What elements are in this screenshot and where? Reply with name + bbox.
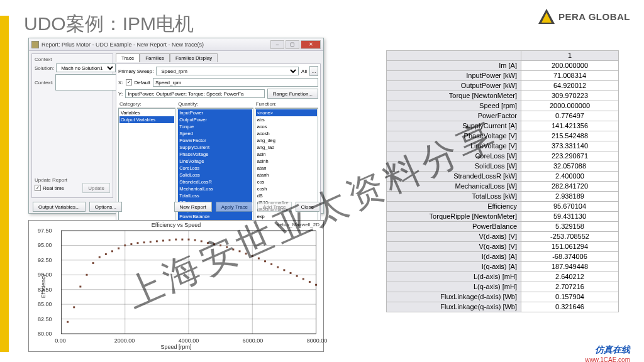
x-label: X:	[118, 80, 123, 85]
maximize-button[interactable]: ▢	[286, 40, 299, 49]
svg-rect-44	[252, 255, 253, 257]
table-row: Speed [rpm]2000.000000	[387, 101, 619, 111]
svg-rect-25	[130, 243, 132, 245]
table-row: MechanicalLoss [W]282.841720	[387, 182, 619, 192]
svg-rect-22	[111, 250, 113, 252]
table-row: StrandedLossR [kW]2.400000	[387, 172, 619, 182]
svg-rect-18	[86, 274, 87, 276]
table-row: L(q-axis) [mH]2.707216	[387, 282, 619, 292]
chart-plot-area: 80.0082.5085.0087.5090.0092.5095.0097.50…	[60, 231, 317, 334]
tab-trace[interactable]: Trace	[116, 53, 140, 62]
svg-rect-37	[207, 242, 209, 244]
table-row: FluxLinkage(q-axis) [Wb]0.321646	[387, 302, 619, 312]
table-row: Im [A]200.000000	[387, 61, 619, 71]
context-group-label: Context	[35, 57, 110, 62]
svg-rect-52	[303, 278, 304, 280]
svg-rect-51	[296, 275, 298, 277]
svg-rect-46	[264, 260, 266, 262]
x-value-input[interactable]	[153, 78, 318, 87]
svg-rect-21	[105, 253, 107, 255]
table-row: Efficiency95.670104	[387, 202, 619, 212]
sweep-label: Primary Sweep:	[118, 69, 153, 74]
sweep-more-button[interactable]: …	[309, 66, 318, 76]
footer-brand: 仿真在线	[595, 344, 630, 356]
table-row: L(d-axis) [mH]2.640212	[387, 272, 619, 282]
table-row: Torque [NewtonMeter]309.970223	[387, 91, 619, 101]
close-dialog-button[interactable]: Close	[296, 202, 319, 212]
svg-rect-36	[201, 240, 203, 242]
x-default-label: Default	[135, 80, 150, 85]
table-row: SolidLoss [W]32.057088	[387, 162, 619, 172]
svg-rect-27	[143, 241, 145, 243]
tab-families[interactable]: Families	[140, 53, 170, 62]
brand-name: PERA GLOBAL	[558, 11, 630, 22]
y-label: Y:	[118, 91, 123, 97]
solution-label: Solution:	[35, 65, 54, 71]
realtime-checkbox[interactable]: ✓	[35, 185, 41, 191]
report-dialog: Report: Prius Motor - UDO Example - New …	[28, 38, 324, 214]
svg-rect-45	[258, 258, 260, 260]
table-row: PhaseVoltage [V]215.542488	[387, 131, 619, 141]
table-row: InputPower [kW]71.008314	[387, 71, 619, 81]
table-row: V(q-axis) [V]151.061294	[387, 242, 619, 252]
apply-trace-button[interactable]: Apply Trace	[216, 202, 253, 212]
svg-rect-49	[283, 269, 285, 271]
y-value-input[interactable]	[125, 89, 265, 98]
chart-xlabel: Speed [rpm]	[160, 344, 191, 350]
table-row: I(q-axis) [A]187.949448	[387, 262, 619, 272]
efficiency-chart: Efficiency vs Speed setup_Maxwell_2D Eff…	[28, 220, 324, 352]
results-header: 1	[521, 51, 619, 61]
output-variables-button[interactable]: Output Variables...	[33, 202, 86, 212]
svg-rect-39	[219, 244, 221, 246]
results-table: 1 Im [A]200.000000InputPower [kW]71.0083…	[386, 50, 619, 312]
options-button[interactable]: Options...	[89, 202, 122, 212]
svg-rect-34	[188, 239, 190, 241]
new-report-button[interactable]: New Report	[174, 202, 212, 212]
trace-tabs: Trace Families Families Display	[116, 53, 321, 62]
update-group-label: Update Report	[35, 177, 110, 183]
slide-accent-bar	[0, 16, 9, 352]
function-header: Function:	[255, 101, 318, 108]
svg-rect-33	[181, 239, 183, 241]
sweep-all-label: All	[301, 69, 307, 74]
svg-rect-23	[118, 248, 119, 250]
svg-rect-28	[150, 241, 152, 243]
footer-url: www.1CAE.com	[585, 356, 630, 362]
svg-rect-47	[270, 263, 272, 265]
sweep-combo[interactable]: Speed_rpm	[156, 67, 299, 75]
svg-rect-17	[79, 286, 81, 288]
add-trace-button[interactable]: Add Trace	[257, 202, 291, 212]
svg-rect-20	[99, 256, 101, 258]
svg-rect-32	[175, 239, 177, 241]
x-default-checkbox[interactable]: ✓	[126, 79, 132, 85]
svg-rect-50	[290, 272, 292, 274]
table-row: CoreLoss [W]223.290671	[387, 151, 619, 162]
table-row: OutputPower [kW]64.920012	[387, 81, 619, 91]
dialog-icon	[31, 41, 39, 48]
table-row: PowerBalance5.329158	[387, 222, 619, 232]
table-row: I(d-axis) [A]-68.374006	[387, 252, 619, 262]
svg-rect-15	[67, 321, 69, 323]
quantity-header: Quantity:	[177, 101, 253, 108]
close-button[interactable]: ✕	[301, 40, 321, 49]
tab-families-display[interactable]: Families Display	[170, 53, 218, 62]
minimize-button[interactable]: –	[270, 40, 284, 49]
chart-title: Efficiency vs Speed	[152, 222, 201, 228]
svg-rect-35	[194, 239, 196, 241]
context-panel: Context Solution: Mach no Solution1 Cont…	[31, 53, 113, 198]
chart-legend: setup_Maxwell_2D	[277, 222, 319, 228]
range-function-button[interactable]: Range Function...	[267, 89, 318, 99]
brand-logo: PERA GLOBAL	[538, 9, 630, 24]
context-label: Context:	[35, 80, 53, 85]
table-row: PowerFactor0.776497	[387, 111, 619, 121]
table-row: SupplyCurrent [A]141.421356	[387, 121, 619, 131]
dialog-titlebar[interactable]: Report: Prius Motor - UDO Example - New …	[29, 38, 323, 51]
update-button[interactable]: Update	[82, 183, 110, 193]
solution-combo[interactable]: Mach no Solution1	[56, 63, 116, 72]
logo-icon	[538, 9, 555, 24]
table-row: FluxLinkage(d-axis) [Wb]0.157904	[387, 292, 619, 302]
svg-rect-31	[169, 239, 170, 241]
svg-rect-40	[226, 246, 228, 248]
svg-rect-24	[124, 244, 126, 246]
table-row: TorqueRipple [NewtonMeter]59.431130	[387, 212, 619, 222]
